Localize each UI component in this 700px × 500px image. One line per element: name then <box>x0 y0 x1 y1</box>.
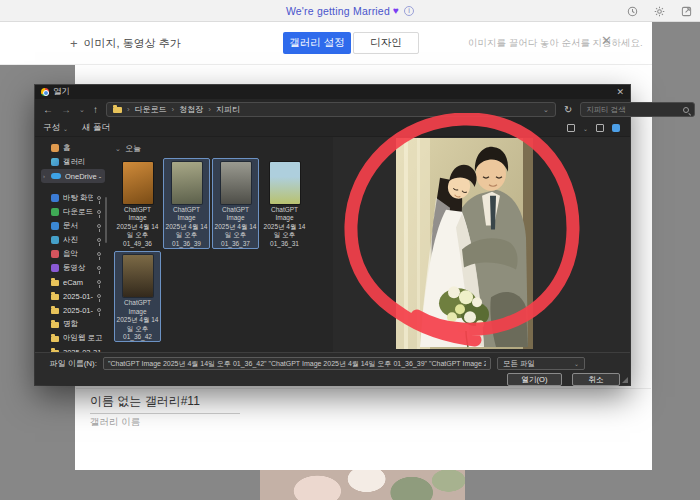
file-item[interactable]: ChatGPT Image2025년 4월 14일 오후01_36_37 <box>212 158 259 249</box>
organize-menu[interactable]: 구성 ⌄ <box>43 122 68 134</box>
file-item[interactable]: ChatGPT Image2025년 4월 14일 오후01_36_39 <box>163 158 210 249</box>
new-folder-button[interactable]: 새 폴더 <box>82 122 110 134</box>
file-name-label: ChatGPT Image2025년 4월 14일 오후01_49_36 <box>115 206 160 248</box>
search-input[interactable] <box>586 105 683 114</box>
new-folder-label: 새 폴더 <box>82 122 110 134</box>
add-media-button[interactable]: + 이미지, 동영상 추가 <box>70 22 181 65</box>
forward-icon[interactable]: → <box>61 104 71 115</box>
cancel-button[interactable]: 취소 <box>572 373 620 386</box>
view-mode-icon[interactable] <box>567 124 575 132</box>
filetype-value: 모든 파일 <box>503 359 535 369</box>
sidebar-item-icon <box>51 144 59 152</box>
preview-pane-icon[interactable] <box>612 124 620 132</box>
file-grid: ChatGPT Image2025년 4월 14일 오후01_49_36 Cha… <box>113 157 333 343</box>
dialog-close-icon[interactable]: ✕ <box>616 87 624 97</box>
sidebar-item-icon <box>51 264 59 272</box>
sidebar-item[interactable]: › 바탕 화면 <box>41 191 105 205</box>
sidebar-item[interactable]: › 문서 <box>41 219 105 233</box>
pin-icon <box>97 308 101 312</box>
breadcrumb-item[interactable]: 지피티 <box>216 104 240 115</box>
sidebar-item[interactable]: › 사진 <box>41 233 105 247</box>
sidebar-scrollbar[interactable] <box>105 197 107 243</box>
filetype-select[interactable]: 모든 파일 ⌄ <box>497 357 585 370</box>
sidebar-item-label: 2025-01-13 <box>63 292 93 301</box>
up-icon[interactable]: ↑ <box>93 104 98 115</box>
sidebar-item-label: 아임웹 로고 <box>63 333 103 343</box>
sidebar-item[interactable]: › 2025-01-10 <box>41 303 105 317</box>
sidebar-item-label: 바탕 화면 <box>63 193 93 203</box>
back-icon[interactable]: ← <box>43 104 53 115</box>
sidebar-item-icon <box>51 236 59 244</box>
sidebar-item-label: 명함 <box>63 319 103 329</box>
gear-icon[interactable] <box>654 6 665 17</box>
pin-icon <box>97 224 101 228</box>
chevron-down-icon: ⌄ <box>574 360 579 367</box>
recent-locations-icon[interactable]: ⌄ <box>79 106 85 114</box>
breadcrumb[interactable]: › 다운로드›청첩장›지피티 ⌄ <box>106 102 556 117</box>
browser-app-icon <box>41 88 49 96</box>
chevron-down-icon: ⌄ <box>63 125 68 132</box>
file-thumbnail <box>123 255 153 297</box>
tab-gallery-settings[interactable]: 갤러리 설정 <box>283 32 351 54</box>
resize-grip[interactable] <box>622 377 628 383</box>
filename-label: 파일 이름(N): <box>45 358 97 369</box>
add-media-label: 이미지, 동영상 추가 <box>84 36 181 51</box>
breadcrumb-item[interactable]: 청첩장 <box>179 104 203 115</box>
screen: We're getting Married ♥ i + 이미지, 동영상 추가 … <box>0 0 700 500</box>
open-in-new-icon[interactable] <box>681 6 692 17</box>
sidebar-item[interactable]: › 아임웹 로고 <box>41 331 105 345</box>
expand-chevron-icon[interactable]: › <box>43 173 47 179</box>
breadcrumb-item[interactable]: 다운로드 <box>135 104 167 115</box>
sidebar-item-icon <box>51 294 59 300</box>
file-name-label: ChatGPT Image2025년 4월 14일 오후01_36_42 <box>115 299 160 341</box>
info-icon[interactable]: i <box>404 6 414 16</box>
sidebar-item-label: 홈 <box>63 143 103 153</box>
file-group-header[interactable]: ⌄ 오늘 <box>113 141 333 157</box>
sidebar-item[interactable]: › 명함 <box>41 317 105 331</box>
sidebar-item[interactable]: › 동영상 <box>41 261 105 275</box>
dialog-footer: 파일 이름(N): 모든 파일 ⌄ 열기(O) 취소 <box>35 352 630 385</box>
gallery-name-input[interactable]: 이름 없는 갤러리#11 <box>90 393 240 414</box>
tab-design[interactable]: 디자인 <box>353 32 419 54</box>
sidebar-item[interactable]: › 2025-01-13 <box>41 289 105 303</box>
pin-icon <box>97 196 101 200</box>
file-group-label: 오늘 <box>125 143 141 154</box>
pin-icon <box>97 210 101 214</box>
chevron-down-icon: ⌄ <box>115 145 121 153</box>
preview-image <box>396 138 533 349</box>
refresh-icon[interactable]: ↻ <box>564 104 572 115</box>
sidebar-item-icon <box>51 322 59 328</box>
sidebar-item[interactable]: › OneDrive - Pers <box>41 169 105 183</box>
search-box[interactable] <box>580 102 695 117</box>
chevron-down-icon[interactable]: ⌄ <box>583 125 588 132</box>
sidebar-item-label: 2025-01-10 <box>63 306 93 315</box>
file-item[interactable]: ChatGPT Image2025년 4월 14일 오후01_36_31 <box>261 158 308 249</box>
file-item[interactable]: ChatGPT Image2025년 4월 14일 오후01_36_42 <box>114 251 161 342</box>
close-icon[interactable]: ✕ <box>601 33 612 48</box>
open-button[interactable]: 열기(O) <box>507 373 562 386</box>
details-view-icon[interactable] <box>596 124 604 132</box>
sidebar-item[interactable]: › 홈 <box>41 141 105 155</box>
sidebar-item-icon <box>51 308 59 314</box>
sidebar-item[interactable]: › 다운로드 <box>41 205 105 219</box>
sidebar-item[interactable]: › eCam <box>41 275 105 289</box>
sidebar-item[interactable]: › 갤러리 <box>41 155 105 169</box>
file-item[interactable]: ChatGPT Image2025년 4월 14일 오후01_49_36 <box>114 158 161 249</box>
pin-icon <box>97 266 101 270</box>
page-title: We're getting Married ♥ i <box>286 5 414 17</box>
sidebar-item-label: OneDrive - Pers <box>65 172 103 181</box>
sidebar-item[interactable]: › 음악 <box>41 247 105 261</box>
sidebar-item-label: 사진 <box>63 235 93 245</box>
gallery-name-label: 갤러리 이름 <box>90 416 140 429</box>
chevron-down-icon[interactable]: ⌄ <box>543 106 549 114</box>
history-icon[interactable] <box>627 6 638 17</box>
pin-icon <box>97 280 101 284</box>
filename-input[interactable] <box>103 357 491 370</box>
sidebar-item[interactable]: › 2025-03-31 16 <box>41 345 105 352</box>
dialog-title: 열기 <box>53 86 70 98</box>
file-thumbnail <box>270 162 300 204</box>
search-icon <box>683 107 689 113</box>
dialog-titlebar[interactable]: 열기 ✕ <box>35 85 630 99</box>
file-name-label: ChatGPT Image2025년 4월 14일 오후01_36_37 <box>213 206 258 248</box>
drag-order-hint: 이미지를 끌어다 놓아 순서를 지정하세요. <box>468 37 643 50</box>
